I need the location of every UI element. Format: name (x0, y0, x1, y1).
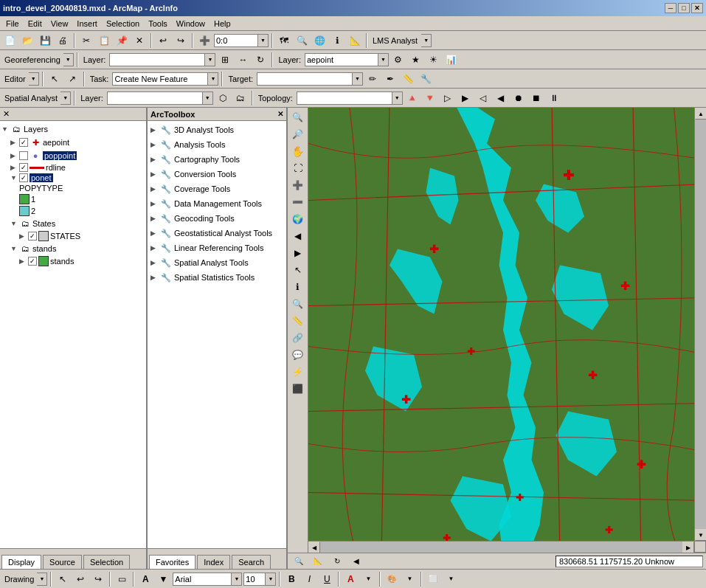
tb-spatial-stats[interactable]: ▶ 🔧 Spatial Statistics Tools (149, 270, 285, 285)
measure-map-btn[interactable]: 📏 (290, 313, 306, 329)
hyperlink-btn[interactable]: 🔗 (290, 330, 306, 346)
arcmap-btn[interactable]: 🗺 (276, 32, 292, 49)
tb-geostatistical[interactable]: ▶ 🔧 Geostatistical Analyst Tools (149, 226, 285, 241)
sketch-btn3[interactable]: 📏 (400, 71, 416, 87)
pan-btn[interactable]: ✋ (290, 143, 306, 159)
outline-color-btn[interactable]: ⬜ (425, 571, 441, 587)
layer-opts-btn2[interactable]: ★ (408, 52, 424, 68)
edit-tool-btn[interactable]: ↖ (46, 71, 63, 87)
scroll-track-v[interactable] (695, 120, 706, 529)
poppoint-checkbox[interactable] (19, 151, 28, 160)
layer-opts-btn1[interactable]: ⚙ (390, 52, 406, 68)
underline-btn[interactable]: U (319, 571, 335, 587)
toolbox-tab-index[interactable]: Index (197, 555, 230, 569)
toc-states-group[interactable]: ▼ 🗂 States (1, 217, 145, 230)
topo-btn5[interactable]: ◁ (475, 90, 491, 106)
tb-coverage[interactable]: ▶ 🔧 Coverage Tools (149, 181, 285, 196)
menu-edit[interactable]: Edit (24, 18, 46, 30)
print-btn[interactable]: 🖨 (55, 32, 71, 49)
tb-linear-ref[interactable]: ▶ 🔧 Linear Referencing Tools (149, 241, 285, 255)
toc-stands-group[interactable]: ▼ 🗂 stands (1, 242, 145, 255)
toolbox-close[interactable]: ✕ (277, 110, 283, 118)
zoom-in-map-btn[interactable]: 🔍 (290, 109, 306, 125)
georef-dropdown-btn[interactable]: ▼ (63, 53, 74, 66)
spatial-btn1[interactable]: ⬡ (215, 90, 231, 106)
map-scrollbar-h[interactable]: ◀ ▶ (308, 541, 694, 553)
target-dropdown-btn[interactable]: ▼ (353, 72, 363, 86)
spatial-layer-input[interactable] (107, 91, 203, 105)
toc-aepoint[interactable]: ▶ ✓ ✚ aepoint (1, 136, 145, 149)
map-zoom-btn[interactable]: 🔍 (291, 553, 307, 570)
map-refresh-btn[interactable]: ↻ (329, 553, 345, 570)
toolbox-tab-favorites[interactable]: Favorites (149, 555, 195, 569)
layer-select-input[interactable]: aepoint (305, 53, 378, 66)
html-popup-btn[interactable]: 💬 (290, 347, 306, 363)
fwd-extent-btn[interactable]: ▶ (290, 245, 306, 261)
globe-btn[interactable]: 🌐 (311, 32, 328, 49)
menu-window[interactable]: Window (172, 18, 210, 30)
rdline-checkbox[interactable]: ✓ (19, 163, 28, 172)
menu-view[interactable]: View (46, 18, 73, 30)
toc-tab-source[interactable]: Source (43, 555, 82, 569)
tb-geocoding[interactable]: ▶ 🔧 Geocoding Tools (149, 211, 285, 226)
fill-color-btn[interactable]: 🎨 (384, 571, 400, 587)
tb-3d-analyst[interactable]: ▶ 🔧 3D Analyst Tools (149, 122, 285, 137)
sketch-btn1[interactable]: ✏ (364, 71, 381, 87)
topo-btn9[interactable]: ⏸ (546, 90, 562, 106)
outline-color-dropdown[interactable]: ▼ (443, 571, 459, 587)
text-btn[interactable]: A (137, 571, 153, 587)
toc-poppoint[interactable]: ▶ ● poppoint (1, 149, 145, 162)
map-tips-btn[interactable]: ⬛ (290, 381, 306, 397)
save-btn[interactable]: 💾 (37, 32, 53, 49)
topology-dropdown-btn[interactable]: ▼ (392, 91, 403, 105)
redo-btn[interactable]: ↪ (173, 32, 189, 49)
bold-btn[interactable]: B (283, 571, 300, 587)
font-size-dec-btn[interactable]: ▼ (155, 571, 171, 587)
toc-rdline[interactable]: ▶ ✓ rdline (1, 162, 145, 173)
toc-ponet[interactable]: ▼ ✓ ponet (1, 173, 145, 183)
task-input[interactable]: Create New Feature (112, 72, 208, 86)
spatial-dropdown-btn[interactable]: ▼ (60, 91, 71, 105)
map-prev-btn[interactable]: ◀ (348, 553, 364, 570)
zoom-dropdown-btn[interactable]: ▼ (258, 34, 269, 47)
cut-btn[interactable]: ✂ (78, 32, 94, 49)
menu-insert[interactable]: Insert (72, 18, 102, 30)
georef-layer-dropdown[interactable]: ▼ (205, 53, 215, 66)
stands-checkbox[interactable]: ✓ (28, 257, 37, 266)
select-tool-btn[interactable]: ↖ (55, 571, 71, 587)
maximize-btn[interactable]: □ (678, 3, 690, 13)
find-btn[interactable]: 🔍 (290, 296, 306, 312)
topo-btn4[interactable]: ▶ (457, 90, 474, 106)
drawing-redo-btn[interactable]: ↪ (90, 571, 106, 587)
lms-dropdown-btn[interactable]: ▼ (421, 34, 432, 47)
prev-extent-btn[interactable]: 🌍 (290, 211, 306, 227)
zoom-input[interactable]: 0:0 (214, 34, 258, 47)
font-color-btn[interactable]: A (342, 571, 359, 587)
close-btn[interactable]: ✕ (691, 3, 703, 13)
drawing-undo-btn[interactable]: ↩ (72, 571, 89, 587)
select-features-btn[interactable]: ↖ (290, 262, 306, 278)
fixed-zoom-out-btn[interactable]: ➖ (290, 194, 306, 210)
topo-btn6[interactable]: ◀ (493, 90, 509, 106)
font-name-input[interactable]: Arial (173, 573, 232, 586)
italic-btn[interactable]: I (301, 571, 317, 587)
topo-btn8[interactable]: ⏹ (528, 90, 544, 106)
georef-layer-input[interactable] (109, 53, 205, 66)
ponet-checkbox[interactable]: ✓ (19, 173, 28, 182)
open-btn[interactable]: 📂 (19, 32, 35, 49)
paste-btn[interactable]: 📌 (114, 32, 130, 49)
editor-dropdown-btn[interactable]: ▼ (29, 72, 39, 86)
measure-btn[interactable]: 📐 (347, 32, 363, 49)
toc-tab-selection[interactable]: Selection (83, 555, 130, 569)
draw-rect-btn[interactable]: ▭ (114, 571, 130, 587)
topo-btn3[interactable]: ▷ (440, 90, 456, 106)
font-color-dropdown[interactable]: ▼ (360, 571, 376, 587)
georef-rotate-btn[interactable]: ↻ (252, 52, 269, 68)
fixed-zoom-in-btn[interactable]: ➕ (290, 177, 306, 193)
spatial-btn2[interactable]: 🗂 (232, 90, 249, 106)
drawing-dropdown-btn[interactable]: ▼ (37, 573, 47, 586)
font-size-dropdown[interactable]: ▼ (266, 573, 276, 586)
topology-input[interactable] (297, 91, 392, 105)
add-data-btn[interactable]: ➕ (196, 32, 212, 49)
scroll-track-h[interactable] (320, 542, 682, 553)
